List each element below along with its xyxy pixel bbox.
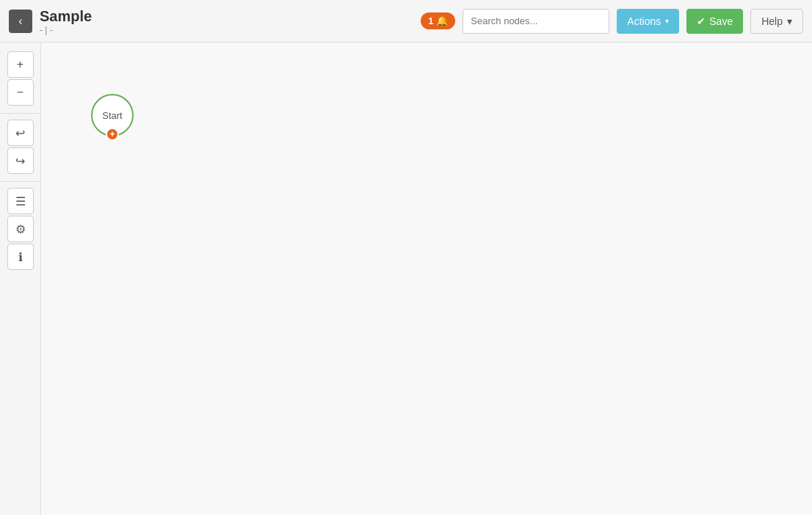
list-button[interactable]: ☰: [7, 188, 34, 214]
page-title: Sample: [40, 7, 92, 25]
canvas-area[interactable]: Start +: [41, 43, 812, 515]
zoom-in-button[interactable]: +: [7, 51, 34, 78]
history-group: ↩ ↪: [0, 113, 40, 177]
undo-button[interactable]: ↩: [7, 120, 34, 146]
page-subtitle: - | -: [40, 25, 92, 35]
undo-icon: ↩: [15, 126, 25, 140]
header: ‹ Sample - | - 1 🔔 Actions ▾ ✔ Save Help…: [0, 0, 812, 43]
start-add-icon: +: [109, 130, 115, 139]
back-icon: ‹: [18, 15, 22, 28]
left-toolbar: + − ↩ ↪ ☰ ⚙ ℹ: [0, 43, 41, 515]
redo-button[interactable]: ↪: [7, 147, 34, 174]
settings-button[interactable]: ⚙: [7, 216, 34, 242]
start-node-label: Start: [102, 110, 122, 121]
info-button[interactable]: ℹ: [7, 244, 34, 270]
save-button[interactable]: ✔ Save: [686, 9, 743, 34]
search-input[interactable]: [463, 9, 609, 34]
bell-icon: 🔔: [436, 15, 448, 26]
actions-button[interactable]: Actions ▾: [617, 9, 679, 34]
start-add-button[interactable]: +: [106, 128, 119, 141]
zoom-out-button[interactable]: −: [7, 79, 34, 106]
list-icon: ☰: [15, 194, 26, 208]
zoom-out-icon: −: [17, 86, 23, 99]
redo-icon: ↪: [15, 154, 25, 168]
title-area: Sample - | -: [40, 7, 92, 35]
actions-caret-icon: ▾: [665, 17, 669, 25]
start-node[interactable]: Start +: [91, 94, 134, 136]
start-circle[interactable]: Start +: [91, 94, 134, 136]
actions-label: Actions: [627, 15, 661, 27]
back-button[interactable]: ‹: [9, 10, 32, 33]
zoom-in-icon: +: [17, 58, 23, 71]
settings-icon: ⚙: [15, 222, 26, 236]
utility-group: ☰ ⚙ ℹ: [0, 181, 40, 273]
save-label: Save: [709, 15, 733, 27]
help-caret-icon: ▾: [787, 15, 792, 27]
main-area: + − ↩ ↪ ☰ ⚙ ℹ: [0, 43, 812, 515]
info-icon: ℹ: [18, 250, 23, 264]
save-check-icon: ✔: [697, 15, 706, 27]
help-label: Help: [761, 15, 783, 27]
zoom-group: + −: [0, 48, 40, 109]
notification-count: 1: [428, 15, 433, 26]
help-button[interactable]: Help ▾: [750, 9, 803, 34]
notification-badge[interactable]: 1 🔔: [421, 12, 455, 29]
